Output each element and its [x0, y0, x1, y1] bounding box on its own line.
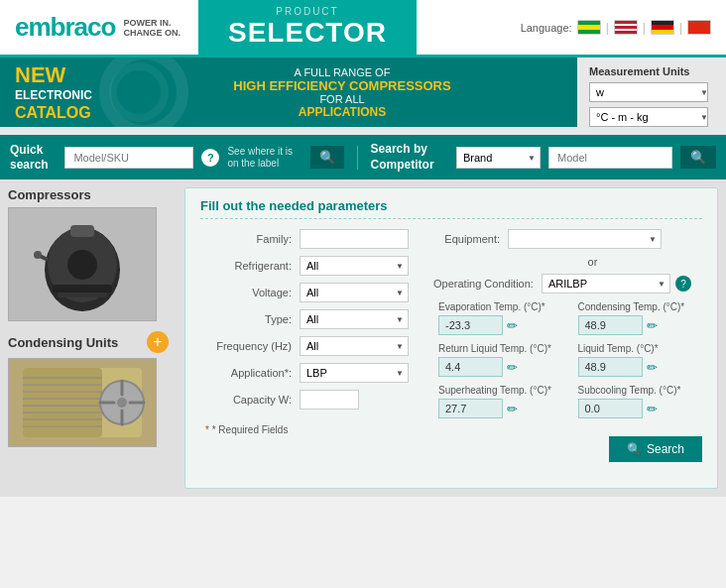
voltage-select[interactable]: All [300, 283, 409, 302]
evap-temp-input[interactable] [438, 315, 503, 335]
compressors-section: Compressors [8, 187, 169, 321]
superheat-temp-input[interactable] [438, 399, 503, 418]
liquid-edit-icon[interactable]: ✏ [647, 360, 658, 375]
search-bar: Quick search ? See where it is on the la… [0, 135, 726, 179]
evap-temp-label: Evaporation Temp. (°C)* [438, 301, 563, 312]
banner-electronic: ELECTRONIC [15, 88, 92, 102]
banner-title3: FOR ALL [107, 93, 577, 105]
or-divider: or [483, 256, 702, 268]
competitor-model-input[interactable] [548, 147, 672, 169]
see-label: See where it is on the label [227, 146, 302, 170]
search-button-label: Search [647, 442, 684, 456]
condensing-image[interactable] [8, 358, 157, 447]
svg-rect-4 [53, 285, 112, 293]
operating-condition-label: Operating Condition: [433, 278, 542, 291]
flag-de[interactable] [651, 20, 674, 35]
measurement-header: Measurement Units [589, 65, 714, 77]
add-button[interactable]: + [147, 331, 169, 353]
svg-point-19 [117, 398, 127, 408]
product-label: PRODUCT [276, 6, 338, 17]
condensing-units-label: Condensing Units [8, 335, 118, 350]
banner-title1: A FULL RANGE OF [107, 66, 577, 78]
return-temp-label: Return Liquid Temp. (°C)* [438, 343, 563, 354]
banner: NEW ELECTRONIC CATALOG A FULL RANGE OF H… [0, 58, 577, 127]
header: embraco POWER IN. CHANGE ON. PRODUCT SEL… [0, 0, 726, 58]
capacity-input[interactable] [300, 390, 359, 410]
banner-new: NEW [15, 62, 92, 88]
logo-embraco: embraco [15, 12, 115, 43]
superheat-edit-icon[interactable]: ✏ [507, 402, 518, 416]
search-icon: 🔍 [627, 442, 642, 456]
voltage-label: Voltage: [200, 287, 300, 298]
competitor-search-button[interactable]: 🔍 [680, 146, 716, 169]
logo-area: embraco POWER IN. CHANGE ON. [0, 0, 198, 55]
svg-point-7 [34, 251, 42, 259]
svg-rect-2 [70, 225, 94, 237]
measurement-panel: Measurement Units w ▼ °C - m - kg ▼ [577, 58, 726, 135]
cond-temp-input[interactable] [578, 315, 643, 335]
type-label: Type: [200, 313, 300, 325]
quick-search-button[interactable]: 🔍 [310, 146, 344, 169]
sidebar: Compressors Condensing Units + [0, 179, 177, 497]
type-select[interactable]: All [300, 309, 409, 329]
measurement-unit2-select[interactable]: °C - m - kg [589, 107, 708, 127]
banner-title2: HIGH EFFICIENCY COMPRESSORS [107, 78, 577, 93]
lang-divider: | [606, 21, 609, 35]
logo-sub1: POWER IN. [123, 18, 181, 28]
language-area: Language: | | | [417, 0, 726, 55]
return-edit-icon[interactable]: ✏ [507, 360, 518, 375]
frequency-label: Frequency (Hz) [200, 340, 300, 352]
superheat-temp-label: Superheating Temp. (°C)* [438, 385, 563, 396]
refrigerant-label: Refrigerant: [200, 260, 300, 272]
form-area: Fill out the needed parameters Family: R… [184, 187, 718, 489]
liquid-temp-input[interactable] [578, 357, 643, 377]
brand-select[interactable]: Brand [456, 147, 541, 169]
frequency-select[interactable]: All [300, 336, 409, 356]
subcooling-edit-icon[interactable]: ✏ [647, 402, 658, 416]
banner-catalog: CATALOG [15, 103, 92, 122]
form-title: Fill out the needed parameters [200, 198, 702, 219]
product-selector-badge: PRODUCT SELECTOR [198, 0, 417, 55]
flag-us[interactable] [614, 20, 638, 35]
application-select[interactable]: LBP [300, 363, 409, 383]
required-note: * * Required Fields [200, 424, 414, 435]
help-icon[interactable]: ? [201, 149, 219, 167]
banner-title4: APPLICATIONS [107, 105, 577, 119]
measurement-unit-select[interactable]: w [589, 82, 708, 102]
liquid-temp-label: Liquid Temp. (°C)* [578, 343, 703, 354]
operating-help-icon[interactable]: ? [675, 276, 691, 292]
family-label: Family: [200, 233, 300, 245]
subcooling-temp-label: Subcooling Temp. (°C)* [578, 385, 703, 396]
refrigerant-select[interactable]: All [300, 256, 409, 276]
flag-br[interactable] [577, 20, 601, 35]
banner-center: A FULL RANGE OF HIGH EFFICIENCY COMPRESS… [107, 66, 577, 119]
compressors-label: Compressors [8, 187, 169, 202]
operating-condition-select[interactable]: ARILBP [542, 274, 670, 294]
equipment-select[interactable] [508, 229, 662, 249]
cond-temp-label: Condensing Temp. (°C)* [578, 301, 703, 312]
svg-rect-5 [58, 293, 107, 297]
equipment-label: Equipment: [433, 233, 508, 245]
subcooling-temp-input[interactable] [578, 399, 643, 418]
return-temp-input[interactable] [438, 357, 503, 377]
compressor-image[interactable] [8, 207, 157, 321]
selector-label: SELECTOR [228, 17, 387, 49]
quick-search-input[interactable] [64, 147, 193, 169]
capacity-label: Capacity W: [200, 394, 300, 406]
evap-edit-icon[interactable]: ✏ [507, 318, 518, 333]
language-label: Language: [521, 22, 572, 34]
flag-cn[interactable] [687, 20, 711, 35]
main-content: Compressors Condensing Units + [0, 179, 726, 497]
logo-sub2: CHANGE ON. [123, 28, 181, 38]
family-input[interactable] [300, 229, 409, 249]
cond-edit-icon[interactable]: ✏ [647, 318, 658, 333]
quick-search-label: Quick search [10, 143, 57, 172]
banner-left: NEW ELECTRONIC CATALOG [0, 58, 107, 127]
condensing-units-section: Condensing Units + [8, 331, 169, 447]
application-label: Application*: [200, 367, 300, 379]
lang-divider2: | [643, 21, 646, 35]
search-button[interactable]: 🔍 Search [609, 436, 702, 462]
lang-divider3: | [679, 21, 682, 35]
search-by-competitor-label: Search by Competitor [371, 142, 448, 173]
svg-point-3 [67, 250, 97, 280]
